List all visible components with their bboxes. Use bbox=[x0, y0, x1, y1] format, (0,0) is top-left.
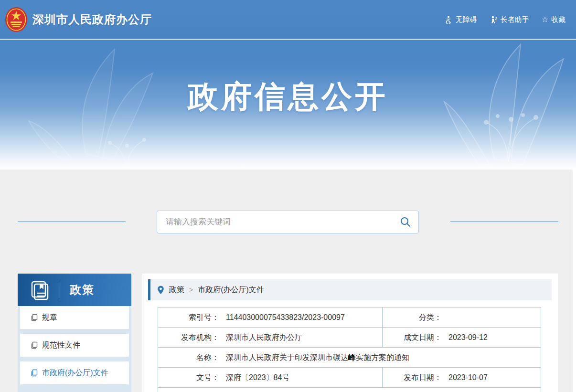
publish-date-cell: 发布日期： 2023-10-07 bbox=[383, 368, 541, 387]
right-edge-strip bbox=[573, 170, 576, 392]
sidebar-item-normative-documents[interactable]: 规范性文件 bbox=[20, 334, 129, 357]
sidebar-header-divider bbox=[59, 280, 59, 299]
document-icon bbox=[31, 369, 38, 377]
search-input[interactable] bbox=[157, 217, 393, 227]
search-box bbox=[157, 211, 419, 233]
top-links: 无障碍 长者助手 ☆ 收藏 bbox=[445, 0, 565, 39]
category-value bbox=[442, 307, 541, 327]
sidebar: 政策 规章 规范性文件 bbox=[18, 274, 131, 392]
sidebar-item-label: 规章 bbox=[42, 313, 57, 323]
document-icon bbox=[31, 341, 38, 349]
document-name-post: 实施方案的通知 bbox=[356, 353, 409, 361]
index-number-label: 索引号： bbox=[158, 307, 219, 327]
site-title: 深圳市人民政府办公厅 bbox=[32, 12, 152, 27]
document-name-value: 深圳市人民政府关于印发深圳市碳达峰实施方案的通知 bbox=[219, 348, 541, 367]
table-row: 索引号： 114403000075433823/2023-00097 分类： bbox=[158, 307, 541, 328]
breadcrumb-separator: > bbox=[189, 286, 193, 294]
issue-date-value: 2023-09-12 bbox=[442, 328, 541, 347]
breadcrumb-item-policy[interactable]: 政策 bbox=[169, 285, 184, 295]
search-button[interactable] bbox=[393, 211, 418, 233]
accessibility-link[interactable]: 无障碍 bbox=[445, 15, 477, 24]
main-panel: 政策 > 市政府(办公厅)文件 索引号： 114403000075433823/… bbox=[142, 274, 558, 392]
decorative-line-left bbox=[18, 222, 126, 222]
category-cell: 分类： bbox=[383, 307, 541, 327]
favorite-link[interactable]: ☆ 收藏 bbox=[542, 15, 565, 24]
breadcrumb: 政策 > 市政府(办公厅)文件 bbox=[148, 279, 552, 300]
issue-date-cell: 成文日期： 2023-09-12 bbox=[383, 328, 541, 347]
index-number-value: 114403000075433823/2023-00097 bbox=[219, 307, 382, 327]
sidebar-item-label: 市政府(办公厅)文件 bbox=[42, 368, 108, 378]
elder-assistant-icon bbox=[490, 16, 498, 24]
document-number-value: 深府〔2023〕84号 bbox=[219, 368, 382, 387]
top-bar: 深圳市人民政府办公厅 无障碍 长者助手 ☆ bbox=[0, 0, 576, 39]
issue-date-label: 成文日期： bbox=[383, 328, 442, 347]
search-icon bbox=[400, 216, 411, 228]
document-name-cell: 名称： 深圳市人民政府关于印发深圳市碳达峰实施方案的通知 bbox=[158, 348, 541, 367]
location-pin-icon bbox=[157, 286, 164, 295]
accessibility-icon bbox=[445, 16, 453, 24]
page-title: 政府信息公开 bbox=[0, 76, 576, 117]
table-row bbox=[158, 388, 541, 392]
decorative-line-right bbox=[450, 222, 558, 222]
document-icon bbox=[31, 314, 38, 321]
document-name-highlight: 峰 bbox=[348, 353, 356, 361]
favorite-label: 收藏 bbox=[551, 15, 565, 24]
accessibility-label: 无障碍 bbox=[456, 15, 477, 24]
table-row: 文号： 深府〔2023〕84号 发布日期： 2023-10-07 bbox=[158, 368, 541, 388]
document-name-label: 名称： bbox=[158, 348, 219, 367]
table-row: 发布机构： 深圳市人民政府办公厅 成文日期： 2023-09-12 bbox=[158, 328, 541, 348]
breadcrumb-accent-bar bbox=[148, 279, 150, 300]
document-name-pre: 深圳市人民政府关于印发深圳市碳达 bbox=[226, 353, 348, 361]
elder-assistant-label: 长者助手 bbox=[501, 15, 529, 24]
breadcrumb-item-current: 市政府(办公厅)文件 bbox=[198, 285, 264, 295]
star-icon: ☆ bbox=[542, 16, 548, 23]
issuing-agency-label: 发布机构： bbox=[158, 328, 219, 347]
banner: 政府信息公开 bbox=[0, 40, 576, 170]
document-number-cell: 文号： 深府〔2023〕84号 bbox=[158, 368, 383, 387]
issuing-agency-value: 深圳市人民政府办公厅 bbox=[219, 328, 382, 347]
sidebar-title: 政策 bbox=[70, 282, 95, 297]
sidebar-header: 政策 bbox=[18, 274, 131, 306]
sidebar-item-municipal-government-documents[interactable]: 市政府(办公厅)文件 bbox=[20, 361, 129, 384]
category-label: 分类： bbox=[383, 307, 442, 327]
sidebar-item-label: 规范性文件 bbox=[42, 340, 80, 350]
policy-book-icon bbox=[28, 279, 50, 301]
sidebar-item-regulations[interactable]: 规章 bbox=[20, 306, 129, 329]
document-info-table: 索引号： 114403000075433823/2023-00097 分类： 发… bbox=[158, 307, 541, 392]
document-number-label: 文号： bbox=[158, 368, 219, 387]
national-emblem-icon bbox=[5, 7, 28, 32]
issuing-agency-cell: 发布机构： 深圳市人民政府办公厅 bbox=[158, 328, 383, 347]
publish-date-label: 发布日期： bbox=[383, 368, 442, 387]
index-number-cell: 索引号： 114403000075433823/2023-00097 bbox=[158, 307, 383, 327]
table-row: 名称： 深圳市人民政府关于印发深圳市碳达峰实施方案的通知 bbox=[158, 348, 541, 368]
page: 深圳市人民政府办公厅 无障碍 长者助手 ☆ bbox=[0, 0, 576, 392]
elder-assistant-link[interactable]: 长者助手 bbox=[490, 15, 529, 24]
publish-date-value: 2023-10-07 bbox=[442, 368, 541, 387]
